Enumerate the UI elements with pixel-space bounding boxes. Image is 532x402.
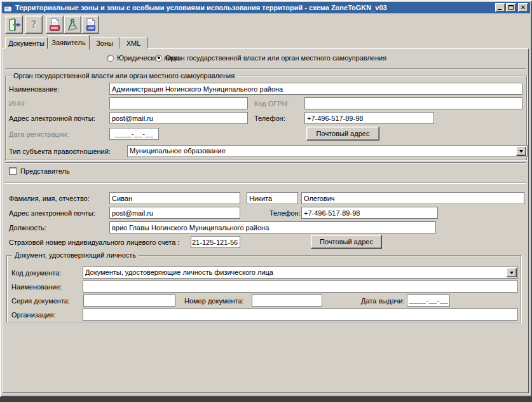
ogrn-label: Код ОГРН: [254,100,289,107]
inn-input[interactable] [109,97,248,109]
title-bar: Территориальные зоны и зоны с особыми ус… [2,2,530,13]
doc-series-label: Серия документа: [11,297,70,305]
draw-tool-button[interactable] [64,15,81,34]
position-label: Должность: [9,224,46,232]
maximize-button[interactable] [506,3,516,12]
person-phone-input[interactable] [301,207,438,219]
tab-zones[interactable]: Зоны [90,37,119,49]
org-email-input[interactable] [109,112,248,124]
radio-government-body[interactable]: Орган государственной власти или орган м… [155,54,386,62]
exit-button[interactable] [5,15,23,34]
minimize-icon [498,9,501,10]
group-title: Документ, удостоверяющий личность [12,251,139,259]
window-title: Территориальные зоны и зоны с особыми ус… [15,4,387,11]
doc-series-input[interactable] [83,295,175,307]
subject-type-combobox[interactable]: Муниципальное образование [127,145,528,157]
separator [5,162,526,163]
org-phone-input[interactable] [304,112,434,124]
doc-code-combobox[interactable]: Документы, удостоверяющие личность физич… [83,267,518,279]
middle-name-input[interactable] [301,192,524,204]
tab-applicant[interactable]: Заявитель [48,35,90,50]
close-icon: ✕ [521,4,526,11]
registration-date-input[interactable]: ____-__-__ [109,128,159,140]
last-name-input[interactable] [109,192,240,204]
phone-label: Телефон: [254,114,285,122]
exit-door-icon [7,18,21,32]
doc-number-label: Номер документа: [184,297,244,305]
position-input[interactable] [109,221,436,233]
help-button[interactable]: ? [25,15,43,34]
combobox-value: Документы, удостоверяющие личность физич… [85,268,273,276]
dropdown-button[interactable] [507,268,517,277]
name-label: Наименование: [9,85,59,93]
org-name-input[interactable] [109,83,522,95]
postal-address-button[interactable]: Почтовый адрес [306,127,379,141]
person-phone-label: Телефон: [269,209,301,217]
dropdown-button[interactable] [516,146,526,156]
close-button[interactable]: ✕ [518,3,528,12]
snils-input[interactable] [191,236,240,248]
tab-documents[interactable]: Документы [5,37,48,49]
doc-code-label: Код документа: [11,269,61,277]
fio-label: Фамилия, имя, отчество: [9,195,90,202]
compass-icon [65,18,79,32]
radio-selected-icon [155,55,162,62]
doc-number-input[interactable] [252,295,322,307]
svg-text:XML: XML [51,25,59,30]
organization-label: Организация: [11,311,55,319]
minimize-button[interactable] [495,3,505,12]
person-email-input[interactable] [109,207,240,219]
separator [5,68,526,69]
svg-text:ZIP: ZIP [88,25,94,30]
maximize-icon [508,5,514,10]
checkbox-unchecked-icon [9,167,17,175]
inn-label: ИНН: [9,100,26,107]
separator [5,183,526,184]
person-postal-address-button[interactable]: Почтовый адрес [311,235,382,249]
person-email-label: Адрес электронной почты: [9,209,95,217]
chevron-down-icon [519,150,523,153]
ogrn-input[interactable] [304,97,522,109]
email-label: Адрес электронной почты: [9,114,95,122]
first-name-input[interactable] [247,192,298,204]
issue-date-input[interactable]: ____-__-__ [407,295,450,307]
export-xml-button[interactable]: XML [46,15,64,34]
xml-file-icon: XML [48,18,62,32]
doc-name-input[interactable] [83,281,518,293]
checkbox-label: Представитель [20,167,70,175]
app-window-icon [4,4,12,12]
subject-type-label: Тип субъекта правоотношений: [9,148,111,155]
issue-date-label: Дата выдачи: [361,297,404,305]
application-window: Территориальные зоны и зоны с особыми ус… [0,0,532,397]
tab-xml[interactable]: XML [119,37,147,49]
chevron-down-icon [510,272,514,274]
combobox-value: Муниципальное образование [130,147,226,155]
doc-name-label: Наименование: [11,283,62,291]
radio-label: Орган государственной власти или орган м… [165,54,386,62]
organization-input[interactable] [83,308,518,321]
representative-checkbox[interactable]: Представитель [9,167,70,175]
help-icon: ? [31,19,37,31]
radio-icon [107,55,114,62]
zip-file-icon: ZIP [83,18,97,32]
snils-label: Страховой номер индивидуального лицевого… [9,239,179,246]
group-title: Орган государственной власти или орган м… [11,72,237,80]
export-zip-button[interactable]: ZIP [81,15,99,34]
registration-date-label: Дата регистрации: [9,130,69,138]
